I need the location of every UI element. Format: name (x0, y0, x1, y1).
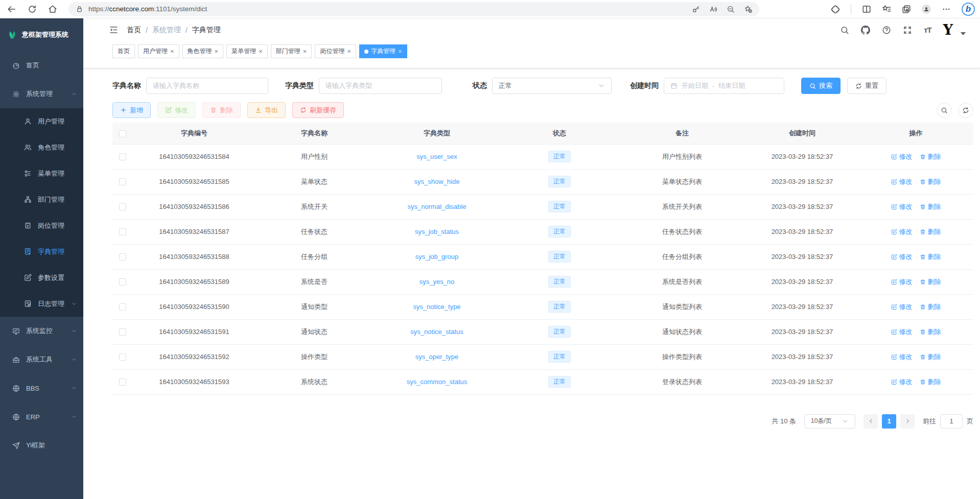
dict-name-input[interactable]: 请输入字典名称 (146, 78, 268, 94)
row-checkbox[interactable] (119, 328, 126, 336)
tab-4[interactable]: 部门管理× (271, 44, 312, 58)
row-edit-button[interactable]: 修改 (891, 302, 913, 312)
back-icon[interactable] (7, 5, 16, 14)
row-edit-button[interactable]: 修改 (891, 252, 913, 262)
password-key-icon[interactable] (692, 5, 700, 13)
tab-close-icon[interactable]: × (347, 48, 351, 55)
dict-type-link[interactable]: sys_user_sex (416, 153, 457, 160)
tab-2[interactable]: 角色管理× (182, 44, 224, 58)
github-icon[interactable] (861, 26, 870, 35)
sidebar-item-3[interactable]: 角色管理 (0, 134, 83, 160)
row-checkbox[interactable] (119, 303, 126, 311)
prev-page-button[interactable] (864, 414, 878, 429)
browser-menu-icon[interactable] (942, 5, 951, 14)
dict-type-link[interactable]: sys_job_group (415, 253, 459, 260)
add-button[interactable]: 新增 (112, 102, 151, 118)
home-icon[interactable] (48, 5, 57, 14)
dict-type-link[interactable]: sys_show_hide (414, 178, 460, 185)
row-edit-button[interactable]: 修改 (891, 327, 913, 337)
row-edit-button[interactable]: 修改 (891, 377, 913, 387)
sidebar-item-1[interactable]: 系统管理 (0, 80, 83, 108)
collections-icon[interactable] (902, 5, 911, 14)
lock-icon[interactable] (76, 5, 83, 13)
breadcrumb-home[interactable]: 首页 (127, 26, 141, 35)
refresh-table-button[interactable] (958, 103, 973, 118)
tab-close-icon[interactable]: × (215, 48, 219, 55)
row-checkbox[interactable] (119, 278, 126, 286)
row-delete-button[interactable]: 删除 (920, 352, 941, 362)
row-checkbox[interactable] (119, 153, 126, 160)
dict-type-link[interactable]: sys_normal_disable (408, 203, 466, 210)
row-delete-button[interactable]: 删除 (920, 252, 941, 262)
extensions-icon[interactable] (831, 5, 840, 14)
sidebar-item-10[interactable]: 系统监控 (0, 317, 83, 345)
page-size-select[interactable]: 10条/页 (804, 414, 855, 429)
delete-button[interactable]: 删除 (202, 102, 241, 118)
sidebar-item-4[interactable]: 菜单管理 (0, 160, 83, 186)
sidebar-item-7[interactable]: 字典管理 (0, 239, 83, 265)
dict-type-link[interactable]: sys_job_status (415, 228, 459, 235)
show-search-button[interactable] (937, 103, 952, 118)
reload-icon[interactable] (28, 5, 37, 14)
current-page-button[interactable]: 1 (882, 414, 896, 429)
tab-close-icon[interactable]: × (170, 48, 174, 55)
row-edit-button[interactable]: 修改 (891, 177, 913, 186)
row-checkbox[interactable] (119, 203, 126, 210)
select-all-checkbox[interactable] (119, 130, 126, 137)
row-checkbox[interactable] (119, 228, 126, 235)
row-edit-button[interactable]: 修改 (891, 352, 913, 362)
row-checkbox[interactable] (119, 178, 126, 185)
row-delete-button[interactable]: 删除 (920, 177, 941, 186)
goto-page-input[interactable]: 1 (940, 414, 963, 429)
search-button[interactable]: 搜索 (801, 78, 841, 94)
bing-chat-icon[interactable]: b (962, 3, 975, 16)
tab-6[interactable]: 字典管理× (359, 44, 407, 58)
tab-1[interactable]: 用户管理× (138, 44, 179, 58)
refresh-cache-button[interactable]: 刷新缓存 (292, 102, 344, 118)
date-range-picker[interactable]: 开始日期 - 结束日期 (664, 78, 784, 94)
split-screen-icon[interactable] (862, 5, 871, 14)
hamburger-icon[interactable] (109, 25, 119, 35)
address-bar[interactable]: https://ccnetcore.com:1101/system/dict (68, 2, 759, 16)
export-button[interactable]: 导出 (247, 102, 286, 118)
dict-type-link[interactable]: sys_oper_type (415, 353, 459, 361)
favorites-bar-icon[interactable] (882, 5, 891, 14)
sidebar-item-6[interactable]: 岗位管理 (0, 212, 83, 239)
row-checkbox[interactable] (119, 253, 126, 260)
end-date-input[interactable]: 结束日期 (718, 81, 745, 90)
row-delete-button[interactable]: 删除 (920, 327, 941, 337)
tab-3[interactable]: 菜单管理× (226, 44, 268, 58)
sidebar-item-14[interactable]: Yi框架 (0, 431, 83, 460)
sidebar-item-0[interactable]: 首页 (0, 51, 83, 80)
sidebar-item-11[interactable]: 系统工具 (0, 345, 83, 374)
sidebar-item-9[interactable]: 日志管理 (0, 291, 83, 317)
sidebar-item-8[interactable]: 参数设置 (0, 265, 83, 291)
tab-0[interactable]: 首页 (112, 44, 135, 58)
start-date-input[interactable]: 开始日期 (682, 81, 708, 90)
font-size-icon[interactable]: тT (924, 26, 931, 34)
favorite-add-icon[interactable] (744, 5, 752, 13)
row-delete-button[interactable]: 删除 (920, 227, 941, 236)
row-delete-button[interactable]: 删除 (920, 202, 941, 211)
dict-type-link[interactable]: sys_common_status (407, 378, 468, 386)
dict-type-link[interactable]: sys_notice_type (413, 303, 460, 311)
next-page-button[interactable] (900, 414, 915, 429)
avatar-caret-icon[interactable] (959, 29, 968, 38)
browser-profile-avatar[interactable] (922, 5, 931, 14)
tab-5[interactable]: 岗位管理× (315, 44, 356, 58)
sidebar-item-12[interactable]: BBS (0, 374, 83, 402)
reset-button[interactable]: 重置 (847, 78, 886, 94)
dict-type-link[interactable]: sys_notice_status (410, 328, 463, 336)
dict-type-input[interactable]: 请输入字典类型 (319, 78, 442, 94)
row-checkbox[interactable] (119, 378, 126, 386)
tab-close-icon[interactable]: × (303, 48, 307, 55)
row-edit-button[interactable]: 修改 (891, 202, 913, 211)
sidebar-item-13[interactable]: ERP (0, 402, 83, 431)
row-delete-button[interactable]: 删除 (920, 302, 941, 312)
user-avatar[interactable]: Y (943, 23, 953, 37)
row-edit-button[interactable]: 修改 (891, 152, 913, 161)
header-search-icon[interactable] (840, 26, 849, 35)
row-edit-button[interactable]: 修改 (891, 277, 913, 287)
row-checkbox[interactable] (119, 353, 126, 361)
help-icon[interactable] (882, 26, 891, 35)
